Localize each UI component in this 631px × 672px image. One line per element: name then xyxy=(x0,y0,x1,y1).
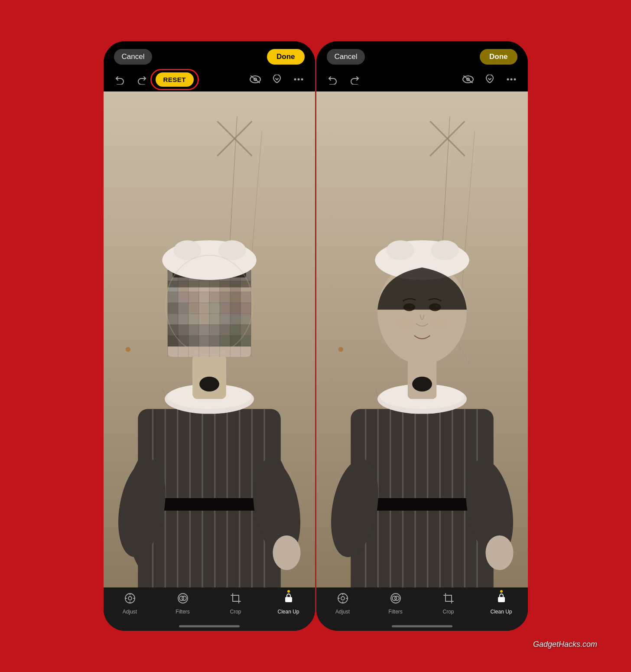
left-toolbar: RESET xyxy=(104,69,315,91)
left-done-button[interactable]: Done xyxy=(267,49,305,65)
svg-rect-82 xyxy=(188,336,198,346)
right-cancel-button[interactable]: Cancel xyxy=(327,49,365,65)
right-home-indicator xyxy=(316,625,528,631)
svg-rect-73 xyxy=(178,325,188,336)
svg-point-118 xyxy=(128,597,132,600)
phones-container: Cancel Done xyxy=(104,41,528,631)
hide-icon[interactable] xyxy=(247,72,263,87)
right-tool-crop[interactable]: Crop xyxy=(433,593,464,615)
right-phone: Cancel Done xyxy=(316,41,528,631)
svg-rect-50 xyxy=(209,292,220,303)
left-cancel-button[interactable]: Cancel xyxy=(114,49,153,65)
reset-button[interactable]: RESET xyxy=(156,72,194,87)
svg-rect-51 xyxy=(220,292,230,303)
reset-highlight: RESET xyxy=(156,72,194,87)
redo-icon[interactable] xyxy=(134,72,150,87)
svg-rect-59 xyxy=(198,303,209,313)
right-hide-icon[interactable] xyxy=(460,72,476,87)
right-crop-icon xyxy=(443,593,454,607)
right-more-icon[interactable] xyxy=(504,72,519,87)
svg-rect-85 xyxy=(220,336,230,346)
right-cleanup-icon xyxy=(496,593,507,607)
crop-icon xyxy=(230,593,241,607)
left-phone-inner: Cancel Done xyxy=(104,41,315,631)
right-redo-icon[interactable] xyxy=(347,72,362,87)
svg-rect-78 xyxy=(230,325,241,336)
undo-icon[interactable] xyxy=(112,72,128,87)
svg-point-137 xyxy=(338,347,343,352)
svg-rect-61 xyxy=(220,303,230,313)
svg-point-159 xyxy=(430,318,448,329)
left-tool-crop[interactable]: Crop xyxy=(221,593,251,615)
right-phone-inner: Cancel Done xyxy=(316,41,528,631)
right-markup-icon[interactable] xyxy=(482,72,498,87)
svg-point-172 xyxy=(341,597,345,600)
svg-rect-163 xyxy=(365,498,478,511)
svg-rect-69 xyxy=(220,314,230,325)
right-crop-label: Crop xyxy=(442,609,454,615)
left-tool-filters[interactable]: Filters xyxy=(168,593,198,615)
svg-point-158 xyxy=(396,318,414,329)
right-done-button[interactable]: Done xyxy=(480,49,517,65)
crop-label: Crop xyxy=(230,609,241,615)
adjust-icon xyxy=(124,593,136,607)
outer-frame: Cancel Done xyxy=(16,15,615,657)
left-bottom-toolbar: Adjust Filters xyxy=(104,587,315,625)
svg-rect-49 xyxy=(198,292,209,303)
svg-rect-60 xyxy=(209,303,220,313)
svg-point-129 xyxy=(514,78,516,81)
svg-point-175 xyxy=(395,596,399,600)
right-top-bar: Cancel Done xyxy=(316,41,528,69)
right-cleanup-label: Clean Up xyxy=(490,609,512,615)
svg-rect-58 xyxy=(188,303,198,313)
svg-rect-109 xyxy=(153,498,266,511)
right-tool-cleanup[interactable]: Clean Up xyxy=(486,593,517,615)
svg-rect-63 xyxy=(241,303,251,313)
svg-rect-72 xyxy=(167,325,178,336)
svg-point-165 xyxy=(485,535,513,570)
right-filters-label: Filters xyxy=(388,609,403,615)
left-top-bar: Cancel Done xyxy=(104,41,315,69)
svg-rect-47 xyxy=(178,292,188,303)
svg-rect-79 xyxy=(241,325,251,336)
svg-point-127 xyxy=(507,78,509,81)
right-active-dot xyxy=(500,590,503,593)
svg-rect-52 xyxy=(230,292,241,303)
right-filters-icon xyxy=(390,593,401,607)
markup-icon[interactable] xyxy=(269,72,285,87)
svg-point-4 xyxy=(297,78,299,81)
right-tool-adjust[interactable]: Adjust xyxy=(328,593,358,615)
left-photo-area xyxy=(104,91,315,587)
svg-point-12 xyxy=(125,347,130,352)
left-tool-cleanup[interactable]: Clean Up xyxy=(273,593,304,615)
left-tool-adjust[interactable]: Adjust xyxy=(115,593,145,615)
adjust-label: Adjust xyxy=(123,609,137,615)
svg-rect-74 xyxy=(188,325,198,336)
left-phone: Cancel Done xyxy=(104,41,315,631)
right-tool-filters[interactable]: Filters xyxy=(381,593,411,615)
svg-point-111 xyxy=(273,535,300,570)
right-portrait-svg xyxy=(316,91,528,587)
cleanup-icon xyxy=(283,593,294,607)
watermark: GadgetHacks.com xyxy=(533,640,597,649)
right-adjust-icon xyxy=(337,593,348,607)
svg-rect-123 xyxy=(285,597,292,602)
filters-icon xyxy=(177,593,189,607)
svg-rect-68 xyxy=(209,314,220,325)
svg-point-28 xyxy=(199,377,219,391)
svg-point-5 xyxy=(301,78,303,81)
left-home-indicator xyxy=(104,625,315,631)
right-home-bar xyxy=(392,625,452,627)
svg-rect-70 xyxy=(230,314,241,325)
svg-point-161 xyxy=(386,240,414,260)
svg-rect-122 xyxy=(233,595,239,601)
left-portrait-svg xyxy=(104,91,315,587)
right-undo-icon[interactable] xyxy=(325,72,341,87)
svg-rect-84 xyxy=(209,336,220,346)
left-home-bar xyxy=(179,625,240,627)
svg-rect-83 xyxy=(198,336,209,346)
svg-point-121 xyxy=(182,596,186,600)
svg-rect-56 xyxy=(167,303,178,313)
more-icon[interactable] xyxy=(291,72,306,87)
svg-rect-66 xyxy=(188,314,198,325)
